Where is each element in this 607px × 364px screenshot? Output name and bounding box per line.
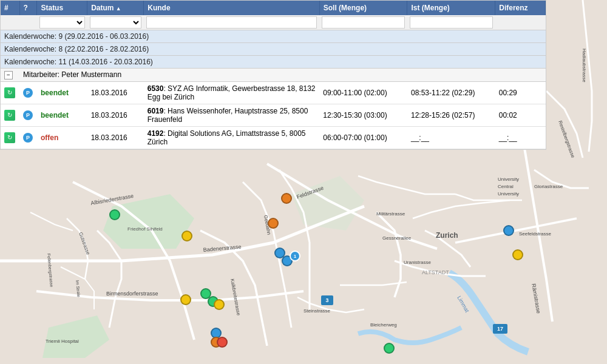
row1-status: beendet (37, 81, 87, 104)
row3-kunden-nr: 4192 (148, 129, 164, 138)
collapse-button[interactable]: − (1, 69, 19, 82)
arrow-icon-3[interactable]: ↻ (4, 132, 15, 143)
kw-label-2: Kalenderwoche: 8 (22.02.2016 - 28.02.201… (1, 43, 546, 56)
row3-kunde-name: Digital Solutions AG, Limattstrasse 5, 8… (148, 129, 306, 146)
map-marker-17[interactable] (512, 249, 523, 260)
arrow-icon-1[interactable]: ↻ (4, 87, 15, 98)
col-number: # (1, 1, 19, 15)
filter-datum[interactable] (87, 15, 144, 30)
datum-filter-select[interactable] (90, 16, 141, 29)
svg-text:Bleicherweg: Bleicherweg (370, 322, 397, 328)
row2-kunde-name: Hans Weissenhofer, Hauptstrasse 25, 8500… (148, 107, 308, 124)
row2-kunden-nr: 6019 (148, 107, 164, 115)
kw-row-2[interactable]: Kalenderwoche: 8 (22.02.2016 - 28.02.201… (1, 43, 546, 56)
filter-status[interactable] (37, 15, 87, 30)
map-marker-sq-17[interactable]: 17 (493, 324, 507, 334)
filter-kunde[interactable] (144, 15, 320, 30)
map-marker-5[interactable] (268, 218, 279, 229)
employee-row: − Mitarbeiter: Peter Mustermann (1, 69, 546, 82)
svg-text:Triemli Hospital: Triemli Hospital (46, 339, 79, 344)
arrow-icon-2[interactable]: ↻ (4, 110, 15, 121)
col-kunde: Kunde (144, 1, 320, 15)
svg-text:Birmensdorferstrasse: Birmensdorferstrasse (106, 291, 158, 297)
soll-filter-input[interactable] (322, 16, 405, 29)
map-marker-3[interactable] (181, 231, 192, 241)
map-marker-12[interactable] (214, 299, 225, 310)
col-question: ? (19, 1, 37, 15)
status-label-3: offen (41, 133, 58, 142)
table-header-row: # ? Status Datum ▲ Kunde Soll (Menge) Is… (1, 1, 546, 15)
filter-num (1, 15, 19, 30)
kw-row-1[interactable]: Kalenderwoche: 9 (29.02.2016 - 06.03.201… (1, 30, 546, 43)
row3-kunde: 4192: Digital Solutions AG, Limattstrass… (144, 126, 320, 149)
status-label-1: beendet (41, 89, 69, 97)
map-marker-8[interactable]: 1 (290, 251, 300, 261)
status-filter-select[interactable] (39, 16, 85, 29)
svg-text:Uranistrasse: Uranistrasse (404, 260, 431, 265)
svg-text:Hadiaubstrasse: Hadiaubstrasse (582, 49, 587, 83)
row2-status: beendet (37, 104, 87, 126)
svg-text:Gloriastrasse: Gloriastrasse (534, 184, 563, 189)
svg-text:ALTSTADT: ALTSTADT (422, 269, 449, 275)
data-row-3: ↻ P offen 18.03.2016 4192: Digital Solut… (1, 126, 546, 149)
filter-q (19, 15, 37, 30)
data-table: # ? Status Datum ▲ Kunde Soll (Menge) Is… (0, 0, 546, 150)
map-marker-2[interactable] (109, 209, 120, 220)
kunde-filter-input[interactable] (146, 16, 317, 29)
map-marker-sq-3[interactable]: 3 (321, 295, 333, 305)
map-marker-15[interactable] (217, 337, 228, 348)
row1-dif: 00:29 (495, 81, 546, 104)
svg-text:Central: Central (498, 184, 514, 189)
p-icon-3[interactable]: P (23, 133, 33, 143)
svg-text:Steinstrasse: Steinstrasse (304, 308, 331, 314)
svg-text:Militärstrasse: Militärstrasse (376, 211, 405, 217)
map-marker-11[interactable] (180, 294, 191, 305)
row1-soll: 09:00-11:00 (02:00) (319, 81, 407, 104)
row3-p: P (19, 126, 37, 149)
map-marker-4[interactable] (281, 193, 292, 204)
kw-label-3: Kalenderwoche: 11 (14.03.2016 - 20.03.20… (1, 56, 546, 69)
filter-ist[interactable] (407, 15, 495, 30)
filter-soll[interactable] (319, 15, 407, 30)
row3-ist: __:__ (407, 126, 495, 149)
row3-datum: 18.03.2016 (87, 126, 144, 149)
row2-p: P (19, 104, 37, 126)
map-marker-18[interactable] (503, 225, 514, 236)
p-icon-1[interactable]: P (23, 88, 33, 98)
row1-kunde: 6530: SYZ AG Informatik, Gewerbestrasse … (144, 81, 320, 104)
row1-icons: ↻ (1, 81, 19, 104)
svg-text:Zurich: Zurich (436, 231, 458, 240)
kw-row-3[interactable]: Kalenderwoche: 11 (14.03.2016 - 20.03.20… (1, 56, 546, 69)
row1-kunde-name: SYZ AG Informatik, Gewerbestrasse 18, 81… (148, 84, 316, 101)
filter-row (1, 15, 546, 30)
col-ist: Ist (Menge) (407, 1, 495, 15)
row3-dif: __:__ (495, 126, 546, 149)
svg-text:Gessnerallee: Gessnerallee (382, 235, 412, 241)
row1-ist: 08:53-11:22 (02:29) (407, 81, 495, 104)
svg-text:Friedhof Sihlfeld: Friedhof Sihlfeld (127, 226, 163, 232)
map-marker-16[interactable] (384, 343, 395, 354)
row2-datum: 18.03.2016 (87, 104, 144, 126)
status-label-2: beendet (41, 111, 69, 120)
p-icon-2[interactable]: P (23, 110, 33, 120)
row2-soll: 12:30-15:30 (03:00) (319, 104, 407, 126)
svg-text:University: University (498, 177, 519, 182)
data-row-2: ↻ P beendet 18.03.2016 6019: Hans Weisse… (1, 104, 546, 126)
row2-ist: 12:28-15:26 (02:57) (407, 104, 495, 126)
filter-dif (495, 15, 546, 30)
row1-datum: 18.03.2016 (87, 81, 144, 104)
employee-label: Mitarbeiter: Peter Mustermann (19, 69, 545, 82)
row1-p: P (19, 81, 37, 104)
svg-text:University: University (498, 191, 519, 197)
kw-label-1: Kalenderwoche: 9 (29.02.2016 - 06.03.201… (1, 30, 546, 43)
col-dif: Diferenz (495, 1, 546, 15)
col-status: Status (37, 1, 87, 15)
svg-text:Seefeldstrasse: Seefeldstrasse (519, 231, 551, 237)
row2-kunde: 6019: Hans Weissenhofer, Hauptstrasse 25… (144, 104, 320, 126)
row2-dif: 00:02 (495, 104, 546, 126)
row3-soll: 06:00-07:00 (01:00) (319, 126, 407, 149)
row1-kunden-nr: 6530 (148, 84, 164, 93)
ist-filter-input[interactable] (410, 16, 493, 29)
minus-icon[interactable]: − (4, 71, 13, 79)
main-container: Pfingstweide Hadiaubstrasse Albisrieders… (0, 0, 607, 364)
